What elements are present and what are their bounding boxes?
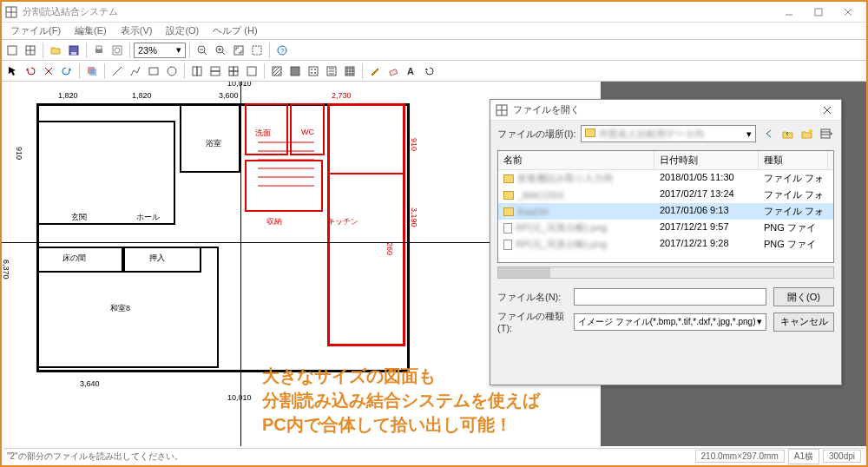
zoom-value: 23% [138,45,157,56]
window-quad-icon[interactable] [225,62,242,80]
zoom-combo[interactable]: 23% ▾ [134,43,186,58]
hatch3-icon[interactable] [305,62,322,80]
file-name: RP(元_写真台帳).png [516,238,607,251]
file-type: ファイル フォ [759,203,828,220]
hatch2-icon[interactable] [286,62,304,80]
cancel-button[interactable]: キャンセル [773,312,834,332]
svg-text:A: A [407,66,414,76]
hatch4-icon[interactable] [323,62,340,80]
dialog-close-button[interactable] [819,102,836,119]
menu-help[interactable]: ヘルプ (H) [207,23,262,39]
file-date: 2017/02/17 13:24 [654,187,759,203]
new-folder-icon[interactable] [799,126,815,141]
filetype-label: ファイルの種類(T): [497,310,567,333]
svg-point-49 [311,72,312,74]
window-tile-icon[interactable] [188,62,206,80]
col-type[interactable]: 種類 [759,151,828,169]
revert-icon[interactable] [421,62,438,80]
text-icon[interactable]: A [403,62,420,80]
file-row[interactable]: _MACOSX2017/02/17 13:24ファイル フォ [498,187,833,203]
redo-icon[interactable] [58,62,76,80]
dim-top-total: 10,010 [227,82,252,88]
status-size: A1横 [788,449,819,464]
location-label: ファイルの場所(I): [497,128,575,141]
folder-icon [503,207,514,216]
circle-icon[interactable] [163,62,181,80]
open-file-dialog: ファイルを開く ファイルの場所(I): 作図名人比較用データ内 ▾ [490,99,842,385]
svg-rect-35 [193,67,197,76]
room-oshiire: 押入 [149,253,165,264]
svg-point-48 [314,69,316,70]
zoom-region-icon[interactable] [248,42,266,59]
zoom-fit-icon[interactable] [230,42,247,59]
menu-edit[interactable]: 編集(E) [69,23,112,39]
minimize-button[interactable] [774,3,804,22]
svg-point-34 [168,67,176,76]
window-title: 分割読込結合システム [23,5,774,18]
line-icon[interactable] [108,62,126,80]
room-senmen: 洗面 [255,128,271,139]
dialog-app-icon [496,104,508,116]
hatch1-icon[interactable] [268,62,286,80]
hatch5-icon[interactable] [341,62,358,80]
dim-left-b: 910 [15,147,23,160]
open-button[interactable]: 開く(O) [773,287,834,306]
new-icon[interactable] [3,42,21,59]
file-name: 更複層読み取り入力用 [517,172,613,185]
dim-top-c: 3,600 [219,91,239,100]
file-date: 2018/01/05 11:30 [654,170,759,187]
file-date: 2017/12/21 9:57 [654,220,759,236]
polyline-icon[interactable] [127,62,144,80]
main-window: 分割読込結合システム ファイル(F) 編集(E) 表示(V) 設定(O) ヘルプ… [0,0,868,467]
save-icon[interactable] [65,42,82,59]
preview-icon[interactable] [108,42,126,59]
menu-file[interactable]: ファイル(F) [5,23,66,39]
folder-icon [503,191,514,200]
eraser-icon[interactable] [385,62,402,80]
svg-rect-46 [309,67,318,76]
zoom-in-icon[interactable] [212,42,229,59]
location-combo[interactable]: 作図名人比較用データ内 ▾ [581,125,756,142]
folder-icon [585,128,595,139]
room-tokonoma: 床の間 [62,253,86,264]
zoom-out-icon[interactable] [194,42,211,59]
menu-view[interactable]: 表示(V) [115,23,158,39]
drawing-canvas[interactable]: 10,010 1,820 1,820 3,600 2,730 6,370 910… [2,82,866,446]
folder-icon [503,174,514,183]
layer-icon[interactable] [83,62,101,80]
horizontal-scrollbar[interactable] [497,266,834,279]
rect-icon[interactable] [145,62,162,80]
file-name: RasDH [517,207,548,217]
pencil-icon[interactable] [366,62,384,80]
svg-point-47 [311,69,312,70]
window-hsplit-icon[interactable] [207,62,224,80]
help-icon[interactable]: ? [273,42,291,59]
svg-rect-45 [291,67,299,76]
pointer-icon[interactable] [3,62,21,80]
redo-x-icon[interactable] [40,62,57,80]
filename-input[interactable] [574,288,766,306]
col-name[interactable]: 名前 [498,151,654,169]
back-icon[interactable] [761,126,777,141]
menu-settings[interactable]: 設定(O) [161,23,204,39]
up-folder-icon[interactable] [780,126,796,141]
dialog-titlebar: ファイルを開く [490,100,841,121]
file-row[interactable]: RP(元_写真台帳).png2017/12/21 9:57PNG ファイ [498,220,833,236]
file-row[interactable]: 更複層読み取り入力用2018/01/05 11:30ファイル フォ [498,170,833,187]
file-list[interactable]: 名前 日付時刻 種類 更複層読み取り入力用2018/01/05 11:30ファイ… [497,150,834,263]
undo-icon[interactable] [22,62,39,80]
window-single-icon[interactable] [243,62,260,80]
svg-rect-25 [253,46,261,55]
print-icon[interactable] [90,42,108,59]
col-date[interactable]: 日付時刻 [654,151,759,169]
maximize-button[interactable] [804,3,833,22]
svg-point-66 [809,129,812,133]
close-button[interactable] [833,3,863,22]
grid-icon[interactable] [22,42,39,59]
filetype-combo[interactable]: イメージ ファイル(*.bmp,*.tif,*.dxf,*.jpg,*.png)… [574,313,766,331]
file-row[interactable]: RasDH2017/01/06 9:13ファイル フォ [498,203,833,220]
file-row[interactable]: RP(元_写真台帳).png2017/12/21 9:28PNG ファイ [498,236,833,253]
open-icon[interactable] [47,42,64,59]
room-kitchen: キッチン [327,216,358,227]
view-mode-icon[interactable] [819,126,834,141]
